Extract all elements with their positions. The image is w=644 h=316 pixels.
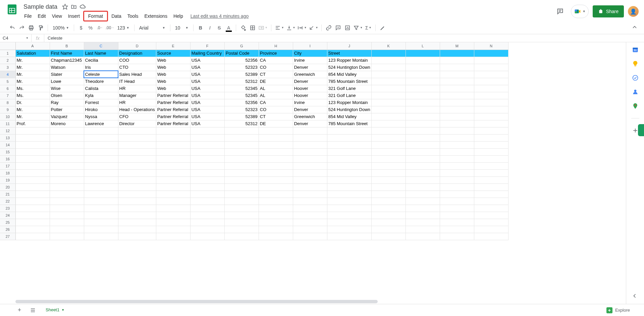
cell[interactable]: CT	[259, 113, 293, 120]
cell[interactable]	[474, 78, 508, 85]
cell[interactable]	[50, 191, 84, 198]
cell[interactable]	[224, 148, 259, 155]
row-header[interactable]: 9	[0, 106, 15, 113]
cell[interactable]	[474, 113, 508, 120]
cell[interactable]	[406, 57, 440, 64]
cell[interactable]	[371, 233, 406, 240]
percent-icon[interactable]: %	[86, 23, 95, 32]
cell[interactable]	[84, 134, 118, 141]
cell[interactable]: 123 Ropper Montain	[327, 57, 371, 64]
cell[interactable]	[293, 162, 327, 169]
cell[interactable]: CTO	[118, 64, 156, 71]
cell[interactable]	[15, 183, 50, 191]
cell[interactable]	[50, 134, 84, 141]
cell[interactable]	[156, 198, 190, 205]
cell[interactable]	[84, 233, 118, 240]
cell[interactable]: 52312	[224, 78, 259, 85]
cell[interactable]	[224, 212, 259, 219]
cell[interactable]: 52323	[224, 106, 259, 113]
cell[interactable]	[50, 212, 84, 219]
cell[interactable]: Partner Referral	[156, 120, 190, 127]
cell[interactable]: Postal Code	[224, 50, 259, 57]
cell[interactable]	[327, 162, 371, 169]
cell[interactable]	[50, 233, 84, 240]
zoom-dropdown[interactable]: 100%▼	[51, 23, 71, 32]
cell[interactable]	[474, 99, 508, 106]
cell[interactable]	[440, 155, 474, 162]
select-all-corner[interactable]	[0, 42, 15, 50]
cell[interactable]	[371, 169, 406, 176]
cell[interactable]	[118, 134, 156, 141]
insert-comment-icon[interactable]	[334, 23, 342, 32]
tasks-icon[interactable]	[632, 74, 639, 81]
cell[interactable]	[371, 99, 406, 106]
cell[interactable]: USA	[190, 64, 224, 71]
cell[interactable]	[293, 148, 327, 155]
cell[interactable]: Partner Referral	[156, 99, 190, 106]
cell[interactable]: Mr.	[15, 57, 50, 64]
last-edit-status[interactable]: Last edit was 4 minutes ago	[191, 13, 249, 19]
cell[interactable]: USA	[190, 106, 224, 113]
cell[interactable]: Denver	[293, 78, 327, 85]
cell[interactable]	[474, 226, 508, 233]
cell[interactable]	[259, 141, 293, 148]
cell[interactable]	[15, 191, 50, 198]
cell[interactable]	[474, 212, 508, 219]
cell[interactable]	[118, 219, 156, 226]
cell[interactable]	[259, 198, 293, 205]
column-header[interactable]: H	[259, 42, 293, 50]
cell[interactable]	[293, 226, 327, 233]
cell[interactable]	[474, 162, 508, 169]
cell[interactable]	[156, 162, 190, 169]
cell[interactable]	[50, 148, 84, 155]
row-header[interactable]: 17	[0, 162, 15, 169]
row-header[interactable]: 11	[0, 120, 15, 127]
column-header[interactable]: F	[190, 42, 224, 50]
cell[interactable]	[118, 169, 156, 176]
cell[interactable]: City	[293, 50, 327, 57]
cell[interactable]: Mr.	[15, 106, 50, 113]
cell[interactable]	[84, 183, 118, 191]
cell[interactable]	[406, 198, 440, 205]
cell[interactable]: Last Name	[84, 50, 118, 57]
h-align-icon[interactable]: ▼	[274, 23, 285, 32]
cell[interactable]	[406, 219, 440, 226]
row-header[interactable]: 15	[0, 148, 15, 155]
cell[interactable]: HR	[118, 99, 156, 106]
cell[interactable]: CA	[259, 57, 293, 64]
cell[interactable]: 524 Huntington Down	[327, 64, 371, 71]
cell[interactable]	[50, 155, 84, 162]
column-header[interactable]: B	[50, 42, 84, 50]
share-button[interactable]: Share	[593, 5, 624, 17]
cell[interactable]	[224, 134, 259, 141]
cell[interactable]	[50, 141, 84, 148]
row-header[interactable]: 14	[0, 141, 15, 148]
cell[interactable]: USA	[190, 99, 224, 106]
cell[interactable]	[118, 226, 156, 233]
cell[interactable]	[156, 183, 190, 191]
cell[interactable]	[15, 169, 50, 176]
row-header[interactable]: 3	[0, 64, 15, 71]
cell[interactable]: USA	[190, 92, 224, 99]
cell[interactable]: Prof.	[15, 120, 50, 127]
filter-icon[interactable]: ▼	[353, 23, 363, 32]
add-sheet-icon[interactable]: +	[14, 305, 25, 316]
currency-icon[interactable]: $	[77, 23, 86, 32]
cell[interactable]: Slater	[50, 71, 84, 78]
cell[interactable]: Street	[327, 50, 371, 57]
cell[interactable]	[440, 99, 474, 106]
cell[interactable]	[406, 212, 440, 219]
cell[interactable]	[406, 191, 440, 198]
cell[interactable]	[50, 127, 84, 134]
cell[interactable]: Celeste	[84, 71, 118, 78]
formula-bar[interactable]: Celeste	[44, 36, 644, 41]
bold-icon[interactable]: B	[196, 23, 205, 32]
cell[interactable]: CO	[259, 64, 293, 71]
cell[interactable]	[259, 162, 293, 169]
cell[interactable]	[406, 205, 440, 212]
cell[interactable]	[224, 191, 259, 198]
cell[interactable]: Denver	[293, 120, 327, 127]
number-format-dropdown[interactable]: 123▼	[115, 23, 131, 32]
cell[interactable]: 52312	[224, 120, 259, 127]
keep-icon[interactable]	[632, 60, 639, 67]
